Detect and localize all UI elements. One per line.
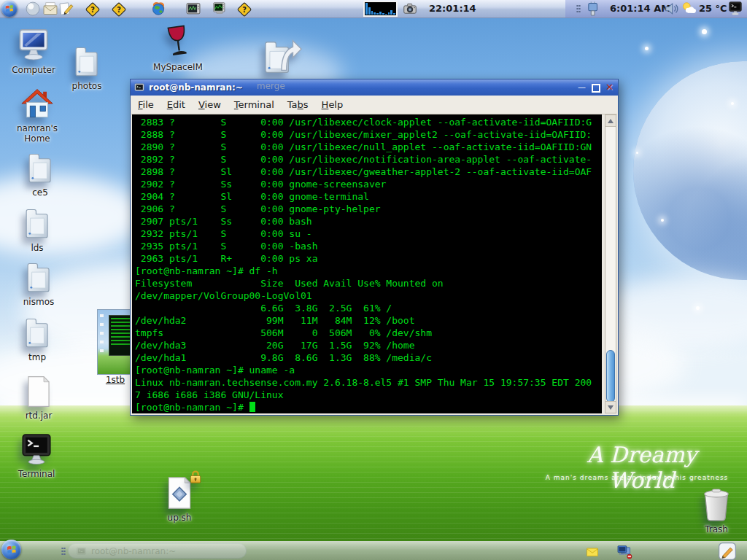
terminal-line: 2902 ? Ss 0:00 gnome-screensaver	[135, 178, 602, 190]
volume-icon[interactable]	[664, 1, 680, 17]
top-panel: 22:01:14 6:01:14 AM 25 °C	[0, 0, 747, 18]
sphere-launcher-icon[interactable]	[25, 1, 41, 17]
applet-drag-handle[interactable]	[576, 4, 581, 13]
desktop-icon-rtdjar[interactable]: rtd.jar	[15, 373, 63, 421]
question-diamond-launcher-icon[interactable]	[83, 1, 102, 18]
desktop-icon-label: photos	[63, 81, 111, 91]
terminal-window[interactable]: root@nb-namran:~ — ✕ File Edit View Term…	[130, 79, 619, 416]
terminal-line: 2932 pts/1 S 0:00 su -	[135, 228, 602, 240]
terminal-line: 2888 ? S 0:00 /usr/libexec/mixer_applet2…	[135, 128, 602, 141]
desktop-icon-tmp[interactable]: tmp	[15, 315, 60, 362]
start-menu-button[interactable]	[1, 1, 18, 17]
desktop-icon-upsh[interactable]: up.sh	[155, 474, 204, 523]
close-button[interactable]: ✕	[604, 82, 615, 93]
terminal-line: 2883 ? S 0:00 /usr/libexec/clock-applet …	[135, 116, 602, 128]
windows-flag-icon	[4, 4, 15, 14]
desktop-icon-home[interactable]: namran's Home	[7, 85, 67, 144]
terminal-line: /dev/mapper/VolGroup00-LogVol01	[135, 289, 602, 302]
menu-file[interactable]: File	[131, 99, 160, 110]
terminal-cursor	[249, 402, 255, 412]
scrollbar-thumb[interactable]	[606, 350, 615, 402]
bottom-taskbar	[0, 541, 747, 560]
wallpaper-subtitle: A man's dreams are an index to his great…	[541, 474, 732, 481]
desktop-icon-ce5[interactable]: ce5	[18, 150, 63, 198]
menu-view[interactable]: View	[192, 99, 228, 110]
desktop-icon-label: lds	[15, 243, 60, 253]
window-titlebar[interactable]: root@nb-namran:~ — ✕	[131, 79, 618, 96]
folder-icon	[18, 206, 56, 242]
scroll-up-button[interactable]	[605, 115, 616, 127]
desktop-icon-label: rtd.jar	[15, 411, 63, 421]
menu-terminal[interactable]: Terminal	[228, 99, 281, 110]
terminal-line: 2892 ? S 0:00 /usr/libexec/notification-…	[135, 153, 602, 166]
terminal-line: 2904 ? Sl 0:00 gnome-terminal	[135, 190, 602, 203]
desktop-icon-myspaceim[interactable]: MySpaceIM	[144, 22, 212, 72]
maximize-button[interactable]	[590, 82, 601, 93]
menu-help[interactable]: Help	[315, 99, 350, 110]
email-launcher-icon[interactable]	[42, 1, 58, 17]
terminal-scrollbar[interactable]	[605, 114, 616, 413]
panel-temperature[interactable]: 25 °C	[699, 3, 727, 14]
terminal-line: [root@nb-namran ~]# uname -a	[135, 364, 602, 376]
desktop-icon-trash[interactable]: Trash	[687, 486, 746, 534]
question-diamond-launcher-icon[interactable]	[235, 1, 254, 18]
terminal-prompt-line: [root@nb-namran ~]#	[135, 401, 602, 413]
folder-icon	[20, 260, 58, 296]
desktop-icon-computer[interactable]: Computer	[6, 26, 61, 75]
trash-icon	[697, 486, 735, 524]
terminal-line: 2898 ? Sl 0:00 /usr/libexec/gweather-app…	[135, 166, 602, 178]
panel-clock[interactable]: 22:01:14	[429, 3, 476, 14]
desktop-icon-nismos[interactable]: nismos	[12, 260, 66, 307]
window-terminal-icon	[133, 82, 145, 93]
desktop-screen: A Dreamy World A man's dreams are an ind…	[0, 0, 747, 560]
desktop-icon-photos[interactable]: photos	[63, 44, 111, 91]
terminal-line: /dev/hda2 99M 11M 84M 12% /boot	[135, 314, 602, 327]
terminal-icon	[17, 432, 56, 468]
menu-tabs[interactable]: Tabs	[281, 99, 315, 110]
terminal-line: Linux nb-namran.techsense.com.my 2.6.18-…	[135, 376, 602, 389]
display-icon[interactable]	[727, 1, 743, 17]
notes-icon[interactable]	[585, 545, 600, 559]
terminal-line: Filesystem Size Used Avail Use% Mounted …	[135, 277, 602, 289]
system-monitor-launcher-icon[interactable]	[212, 1, 228, 17]
terminal-line: 2963 pts/1 R+ 0:00 ps xa	[135, 252, 602, 265]
folder-icon	[18, 315, 56, 351]
terminal-line: /dev/hda1 9.8G 8.6G 1.3G 88% /media/c	[135, 351, 602, 364]
weather-icon[interactable]	[681, 1, 697, 17]
desktop-icon-terminal[interactable]: Terminal	[9, 432, 64, 479]
folder-icon	[68, 44, 106, 80]
tasklist-drag-handle[interactable]	[61, 547, 66, 556]
desktop-icon-label: namran's Home	[7, 123, 67, 144]
screenshot-camera-icon[interactable]	[402, 1, 418, 17]
folder-icon	[21, 150, 59, 187]
workspace-notes-icon[interactable]	[718, 542, 737, 560]
terminal-line: /dev/hda3 20G 17G 1.5G 92% /home	[135, 339, 602, 351]
desktop-icon-label: Computer	[6, 65, 61, 75]
desktop-icon-label: up.sh	[155, 513, 204, 523]
question-diamond-launcher-icon[interactable]	[109, 1, 128, 18]
desktop-icon-label: Terminal	[9, 469, 64, 479]
battery-power-icon[interactable]	[585, 1, 601, 17]
terminal-line: [root@nb-namran ~]# df -h	[135, 265, 602, 277]
system-load-graph-applet[interactable]	[363, 1, 398, 17]
terminal-line: 7 i686 i686 i386 GNU/Linux	[135, 389, 602, 401]
panel-time-12h[interactable]: 6:01:14 AM	[610, 3, 670, 14]
desktop-icon-label: nismos	[12, 297, 66, 307]
taskbar-start-button[interactable]	[1, 540, 21, 559]
menu-edit[interactable]: Edit	[160, 99, 192, 110]
terminal-line: 6.6G 3.8G 2.5G 61% /	[135, 302, 602, 314]
terminal-output[interactable]: 2883 ? S 0:00 /usr/libexec/clock-applet …	[132, 114, 602, 413]
writer-launcher-icon[interactable]	[58, 1, 74, 17]
minimize-button[interactable]: —	[576, 82, 587, 93]
desktop-icon-merge[interactable]	[254, 34, 306, 79]
scroll-down-button[interactable]	[605, 401, 616, 413]
windows-flag-icon	[6, 544, 18, 556]
desktop-icon-label: ce5	[18, 187, 63, 198]
desktop-icon-lds[interactable]: lds	[15, 206, 60, 253]
terminal-line: 2890 ? S 0:00 /usr/libexec/null_applet -…	[135, 141, 602, 153]
tv-launcher-icon[interactable]	[185, 1, 201, 17]
network-status-icon[interactable]	[616, 544, 632, 560]
lock-emblem-icon	[187, 468, 204, 486]
wine-glass-icon	[160, 22, 196, 61]
web-browser-launcher-icon[interactable]	[150, 1, 166, 17]
